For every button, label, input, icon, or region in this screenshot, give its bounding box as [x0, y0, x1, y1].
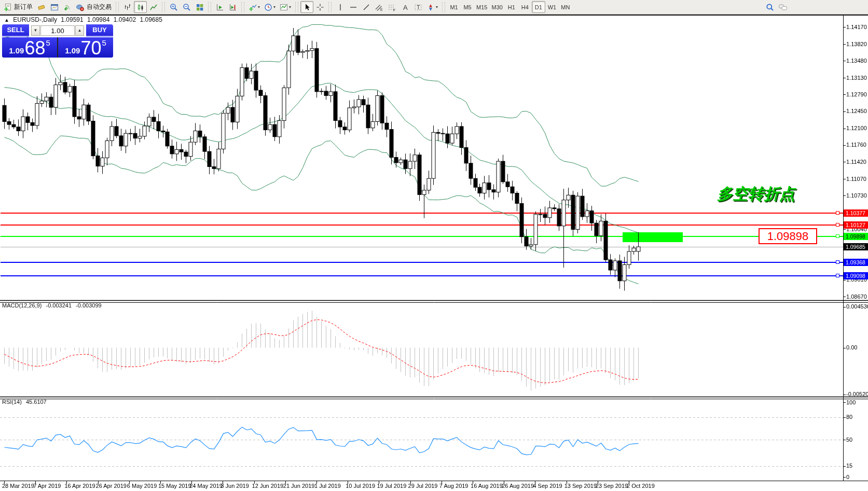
text-icon: A [401, 3, 409, 11]
periods-button[interactable]: ▾ [262, 1, 278, 13]
rsi-indicator-label: RSI(14) 45.6107 [2, 399, 49, 405]
bar-chart-button[interactable] [121, 1, 134, 13]
price-axis[interactable] [844, 16, 868, 481]
horizontal-line-icon [349, 3, 357, 11]
chevron-down-icon: ▾ [289, 5, 291, 9]
buy-price-big: 70 [80, 39, 101, 57]
chat-button[interactable] [776, 1, 790, 13]
timeframe-button-M30[interactable]: M30 [489, 1, 504, 13]
svg-text:A: A [403, 4, 408, 11]
key-price-tag[interactable]: 1.09898 [759, 228, 817, 244]
chat-icon [778, 3, 788, 11]
volume-decrease-button[interactable]: ▼ [31, 25, 40, 36]
zoom-in-button[interactable] [167, 1, 180, 13]
buy-price-display[interactable]: 1.09 70 5 [58, 37, 113, 58]
trendline-icon [362, 3, 370, 11]
search-icon [766, 3, 774, 11]
volume-input[interactable] [40, 25, 75, 36]
timeframe-button-M1[interactable]: M1 [447, 1, 461, 13]
line-chart-button[interactable] [147, 1, 160, 13]
search-button[interactable] [763, 1, 776, 13]
new-order-label: 新订单 [14, 3, 33, 11]
signal-button[interactable] [61, 1, 74, 13]
arrows-icon [426, 3, 435, 11]
toolbar-separator [442, 2, 445, 12]
templates-button[interactable]: ▾ [278, 1, 293, 13]
toolbar-separator [116, 2, 119, 12]
channel-button[interactable]: E [373, 1, 385, 13]
macd-indicator-label: MACD(12,26,9) -0.003241 -0.003099 [2, 302, 104, 308]
trend-turning-point-annotation[interactable]: 多空转折点 [717, 184, 795, 205]
timeframe-button-H1[interactable]: H1 [505, 1, 518, 13]
autotrading-button[interactable]: 自动交易 [74, 1, 114, 13]
autotrading-label: 自动交易 [87, 3, 112, 11]
symbol-period-label: EURUSD-,Daily [13, 16, 57, 23]
timeframe-button-MN[interactable]: MN [559, 1, 572, 13]
macd-value-main: -0.003241 [46, 302, 72, 308]
channel-icon: E [375, 3, 383, 11]
trendline-button[interactable] [360, 1, 373, 13]
toolbar-separator [295, 2, 298, 12]
signal-icon [63, 3, 72, 11]
new-order-icon [4, 3, 12, 11]
timeframe-button-M15[interactable]: M15 [474, 1, 489, 13]
rsi-panel-divider[interactable] [0, 395, 868, 399]
chevron-down-icon: ▾ [273, 5, 275, 9]
cursor-button[interactable] [300, 1, 313, 13]
sell-price-small: 1.09 [9, 46, 24, 55]
tile-windows-button[interactable] [193, 1, 206, 13]
chart-window-button[interactable] [48, 1, 61, 13]
buy-button[interactable]: BUY [86, 24, 113, 37]
indicators-button[interactable]: ▾ [246, 1, 262, 13]
auto-scroll-button[interactable] [213, 1, 226, 13]
price-chart-canvas[interactable] [0, 0, 868, 491]
toolbar-separator [162, 2, 165, 12]
timeframe-button-D1[interactable]: D1 [532, 1, 545, 13]
chart-shift-button[interactable] [226, 1, 239, 13]
text-label-icon: T [414, 3, 422, 11]
timeframe-button-W1[interactable]: W1 [545, 1, 559, 13]
new-order-button[interactable]: 新订单 [2, 1, 35, 13]
timeframe-button-M5[interactable]: M5 [461, 1, 474, 13]
sell-price-sup: 5 [46, 38, 50, 47]
volume-increase-button[interactable]: ▲ [75, 25, 84, 36]
timeframe-button-H4[interactable]: H4 [518, 1, 532, 13]
indicators-icon [249, 3, 257, 11]
svg-text:F: F [393, 8, 395, 11]
chevron-down-icon: ▾ [258, 5, 260, 9]
mt4-application: 新订单 自动交易 [0, 0, 868, 491]
periods-clock-icon [264, 3, 272, 11]
text-button[interactable]: A [398, 1, 411, 13]
bar-chart-icon [123, 3, 132, 11]
fibonacci-icon: F [388, 3, 396, 11]
sell-button[interactable]: SELL [2, 24, 29, 37]
svg-text:E: E [380, 8, 383, 11]
autotrading-icon [76, 3, 85, 11]
crosshair-button[interactable] [313, 1, 326, 13]
buy-price-sup: 5 [102, 38, 106, 47]
vertical-line-icon [336, 3, 345, 11]
chart-title: ▲ EURUSD-,Daily 1.09591 1.09984 1.09402 … [4, 16, 164, 23]
horizontal-line-button[interactable] [347, 1, 360, 13]
sell-price-big: 68 [24, 39, 45, 57]
candlestick-chart-button[interactable] [134, 1, 147, 13]
arrows-button[interactable]: ▾ [424, 1, 440, 13]
zoom-in-icon [170, 3, 178, 11]
vertical-line-button[interactable] [334, 1, 347, 13]
templates-icon [280, 3, 288, 11]
time-axis[interactable] [0, 482, 841, 491]
collapse-icon[interactable]: ▲ [4, 17, 9, 23]
line-chart-icon [149, 3, 158, 11]
zoom-out-button[interactable] [180, 1, 193, 13]
cursor-icon [303, 3, 311, 11]
eraser-tool-button[interactable] [35, 1, 48, 13]
rsi-name: RSI(14) [2, 399, 22, 405]
toolbar-separator [328, 2, 332, 12]
text-label-button[interactable]: T [411, 1, 424, 13]
ohlc-high: 1.09984 [87, 16, 109, 23]
buy-price-small: 1.09 [65, 46, 80, 55]
sell-price-display[interactable]: 1.09 68 5 [2, 37, 57, 58]
macd-panel-divider[interactable] [0, 299, 868, 303]
chart-shift-icon [229, 3, 237, 11]
fibonacci-button[interactable]: F [385, 1, 398, 13]
